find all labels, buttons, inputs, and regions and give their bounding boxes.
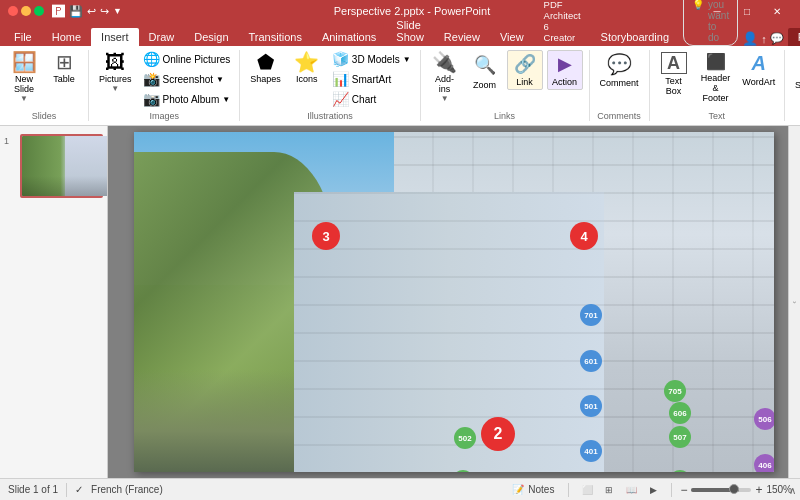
circle-3[interactable]: 3 — [312, 222, 340, 250]
symbols-button[interactable]: Ω Symbols — [791, 50, 800, 92]
smartart-button[interactable]: 📊 SmartArt — [329, 70, 414, 88]
normal-view-btn[interactable]: ⬜ — [577, 483, 597, 497]
circle-507[interactable]: 507 — [669, 426, 691, 448]
photo-album-button[interactable]: 📷 Photo Album ▼ — [140, 90, 234, 108]
redo-icon[interactable]: ↪ — [100, 5, 109, 18]
circle-406[interactable]: 406 — [754, 454, 774, 472]
new-slide-dropdown[interactable]: ▼ — [20, 94, 28, 103]
zoom-button[interactable]: 🔍 Zoom — [467, 50, 503, 92]
circle-4[interactable]: 4 — [570, 222, 598, 250]
new-slide-button[interactable]: 🪟 NewSlide ▼ — [6, 50, 42, 105]
online-pictures-icon: 🌐 — [143, 51, 160, 67]
online-pictures-label: Online Pictures — [163, 54, 231, 65]
building-center-grid — [294, 192, 604, 472]
share-icon[interactable]: ↑ — [761, 33, 767, 45]
addins-button[interactable]: 🔌 Add-ins ▼ — [427, 50, 463, 105]
tab-slideshow[interactable]: Slide Show — [386, 16, 434, 46]
comments-group-label: Comments — [596, 109, 643, 121]
3d-models-button[interactable]: 🧊 3D Models ▼ — [329, 50, 414, 68]
slide-thumbnail[interactable] — [20, 134, 103, 198]
close-btn[interactable] — [8, 6, 18, 16]
zoom-out-btn[interactable]: − — [680, 483, 687, 497]
tab-draw[interactable]: Draw — [139, 28, 185, 46]
circle-606[interactable]: 606 — [669, 402, 691, 424]
spell-check-icon[interactable]: ✓ — [75, 484, 83, 495]
zoom-slider[interactable] — [691, 488, 751, 492]
icons-button[interactable]: ⭐ Icons — [289, 50, 325, 86]
addins-dropdown[interactable]: ▼ — [441, 94, 449, 103]
customize-icon[interactable]: ▼ — [113, 6, 122, 16]
pictures-label: Pictures — [99, 74, 132, 84]
account-area: 👤 ↑ 💬 — [742, 31, 784, 46]
reading-view-btn[interactable]: 📖 — [621, 483, 641, 497]
screenshot-button[interactable]: 📸 Screenshot ▼ — [140, 70, 234, 88]
status-bar: Slide 1 of 1 ✓ French (France) 📝 Notes ⬜… — [0, 478, 800, 500]
comment-button[interactable]: 💬 Comment — [596, 50, 643, 90]
header-footer-icon: ⬛ — [706, 52, 726, 71]
status-separator-2 — [568, 483, 569, 497]
app-body: 1 — [0, 126, 800, 478]
maximize-btn[interactable] — [34, 6, 44, 16]
tab-home[interactable]: Home — [42, 28, 91, 46]
main-slide-area: 2 3 4 701 601 705 605 606 506 501 502 50… — [108, 126, 800, 478]
photo-album-dropdown[interactable]: ▼ — [222, 95, 230, 104]
tab-insert[interactable]: Insert — [91, 28, 139, 46]
header-footer-button[interactable]: ⬛ Header& Footer — [696, 50, 736, 105]
tab-review[interactable]: Review — [434, 28, 490, 46]
zoom-in-btn[interactable]: + — [755, 483, 762, 497]
notes-toggle[interactable]: 📝 Notes — [506, 482, 560, 497]
zoom-slider-thumb[interactable] — [729, 484, 739, 494]
pictures-dropdown[interactable]: ▼ — [111, 84, 119, 93]
3d-models-dropdown[interactable]: ▼ — [403, 55, 411, 64]
circle-506[interactable]: 506 — [754, 408, 774, 430]
tell-me-box[interactable]: 💡 Tell me what you want to do — [683, 0, 738, 46]
link-icon: 🔗 — [514, 53, 536, 75]
tab-design[interactable]: Design — [184, 28, 238, 46]
circle-502[interactable]: 502 — [454, 427, 476, 449]
building-center — [294, 192, 604, 472]
circle-501[interactable]: 501 — [580, 395, 602, 417]
slide-sorter-btn[interactable]: ⊞ — [599, 483, 619, 497]
link-button[interactable]: 🔗 Link — [507, 50, 543, 90]
powerpoint-logo-icon: 🅿 — [52, 4, 65, 19]
wordart-button[interactable]: A WordArt — [740, 50, 778, 89]
tab-pdf[interactable]: PDF Architect 6 Creator — [534, 0, 591, 46]
table-button[interactable]: ⊞ Table — [46, 50, 82, 86]
textbox-icon: A — [661, 52, 687, 74]
tab-format[interactable]: Format — [788, 28, 800, 46]
links-group-content: 🔌 Add-ins ▼ 🔍 Zoom 🔗 Link ▶ Action — [427, 50, 583, 109]
pictures-button[interactable]: 🖼 Pictures ▼ — [95, 50, 136, 95]
right-panel-toggle[interactable]: › — [788, 126, 800, 478]
slideshow-view-btn[interactable]: ▶ — [643, 483, 663, 497]
close-window-btn[interactable]: ✕ — [762, 0, 792, 22]
shapes-button[interactable]: ⬟ Shapes — [246, 50, 285, 86]
chart-button[interactable]: 📈 Chart — [329, 90, 414, 108]
ribbon-collapse-btn[interactable]: ∧ — [789, 484, 796, 496]
slide-canvas[interactable]: 2 3 4 701 601 705 605 606 506 501 502 50… — [134, 132, 774, 472]
ribbon-group-illustrations: ⬟ Shapes ⭐ Icons 🧊 3D Models ▼ 📊 SmartAr… — [240, 50, 420, 121]
action-button[interactable]: ▶ Action — [547, 50, 583, 90]
images-small-buttons: 🌐 Online Pictures 📸 Screenshot ▼ 📷 Photo… — [140, 50, 234, 108]
language[interactable]: French (France) — [91, 484, 163, 495]
link-label: Link — [516, 77, 533, 87]
undo-icon[interactable]: ↩ — [87, 5, 96, 18]
circle-601[interactable]: 601 — [580, 350, 602, 372]
tab-animations[interactable]: Animations — [312, 28, 386, 46]
save-icon[interactable]: 💾 — [69, 5, 83, 18]
circle-705[interactable]: 705 — [664, 380, 686, 402]
status-left: Slide 1 of 1 ✓ French (France) — [8, 483, 163, 497]
circle-2[interactable]: 2 — [481, 417, 515, 451]
screenshot-dropdown[interactable]: ▼ — [216, 75, 224, 84]
comments-icon[interactable]: 💬 — [770, 32, 784, 45]
textbox-button[interactable]: A TextBox — [656, 50, 692, 98]
circle-401[interactable]: 401 — [580, 440, 602, 462]
tab-view[interactable]: View — [490, 28, 534, 46]
circle-701[interactable]: 701 — [580, 304, 602, 326]
online-pictures-button[interactable]: 🌐 Online Pictures — [140, 50, 234, 68]
user-icon[interactable]: 👤 — [742, 31, 758, 46]
illustrations-group-label: Illustrations — [246, 109, 413, 121]
minimize-btn[interactable] — [21, 6, 31, 16]
tab-storyboarding[interactable]: Storyboarding — [591, 28, 680, 46]
tab-file[interactable]: File — [4, 28, 42, 46]
tab-transitions[interactable]: Transitions — [239, 28, 312, 46]
